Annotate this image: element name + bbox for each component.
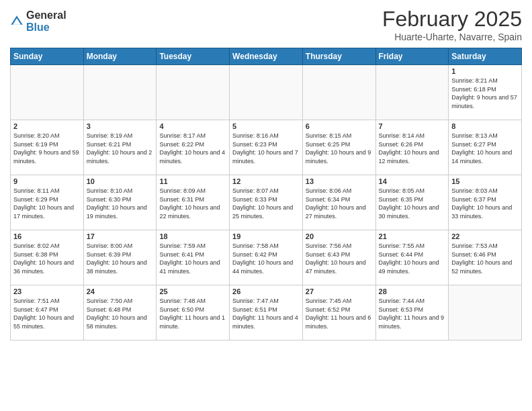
day-info: Sunrise: 7:58 AM Sunset: 6:42 PM Dayligh…	[232, 242, 300, 275]
calendar-week-1: 1Sunrise: 8:21 AM Sunset: 6:18 PM Daylig…	[11, 65, 522, 120]
day-number: 27	[306, 287, 373, 295]
page-header: General Blue February 2025 Huarte-Uharte…	[10, 7, 522, 42]
day-number: 6	[306, 122, 373, 130]
table-row	[302, 65, 375, 120]
col-sunday: Sunday	[11, 48, 84, 65]
day-info: Sunrise: 8:05 AM Sunset: 6:35 PM Dayligh…	[379, 187, 446, 220]
day-info: Sunrise: 8:10 AM Sunset: 6:30 PM Dayligh…	[87, 187, 154, 220]
location: Huarte-Uharte, Navarre, Spain	[382, 32, 522, 42]
table-row: 7Sunrise: 8:14 AM Sunset: 6:26 PM Daylig…	[375, 120, 449, 175]
day-info: Sunrise: 7:48 AM Sunset: 6:50 PM Dayligh…	[159, 297, 226, 330]
day-number: 21	[379, 232, 446, 240]
day-info: Sunrise: 8:21 AM Sunset: 6:18 PM Dayligh…	[451, 77, 519, 110]
logo-text: General Blue	[26, 9, 66, 33]
col-thursday: Thursday	[302, 48, 375, 65]
day-info: Sunrise: 8:00 AM Sunset: 6:39 PM Dayligh…	[87, 242, 154, 275]
day-number: 3	[87, 122, 154, 130]
day-number: 4	[159, 122, 226, 130]
day-info: Sunrise: 8:09 AM Sunset: 6:31 PM Dayligh…	[159, 187, 226, 220]
day-info: Sunrise: 7:59 AM Sunset: 6:41 PM Dayligh…	[159, 242, 226, 275]
day-info: Sunrise: 8:03 AM Sunset: 6:37 PM Dayligh…	[451, 187, 519, 220]
logo: General Blue	[10, 9, 66, 33]
day-number: 18	[159, 232, 226, 240]
logo-icon	[10, 15, 24, 28]
day-info: Sunrise: 7:45 AM Sunset: 6:52 PM Dayligh…	[306, 297, 373, 330]
table-row: 27Sunrise: 7:45 AM Sunset: 6:52 PM Dayli…	[302, 285, 375, 340]
day-number: 23	[13, 287, 81, 295]
day-number: 24	[87, 287, 154, 295]
table-row: 20Sunrise: 7:56 AM Sunset: 6:43 PM Dayli…	[302, 230, 375, 285]
table-row	[157, 65, 230, 120]
logo-blue: Blue	[26, 21, 66, 34]
day-number: 22	[451, 232, 519, 240]
table-row: 19Sunrise: 7:58 AM Sunset: 6:42 PM Dayli…	[230, 230, 303, 285]
day-number: 7	[379, 122, 446, 130]
calendar-header-row: Sunday Monday Tuesday Wednesday Thursday…	[11, 48, 522, 65]
col-monday: Monday	[83, 48, 157, 65]
table-row: 4Sunrise: 8:17 AM Sunset: 6:22 PM Daylig…	[157, 120, 230, 175]
month-title: February 2025	[382, 7, 522, 32]
calendar-week-2: 2Sunrise: 8:20 AM Sunset: 6:19 PM Daylig…	[11, 120, 522, 175]
table-row: 22Sunrise: 7:53 AM Sunset: 6:46 PM Dayli…	[449, 230, 522, 285]
day-info: Sunrise: 7:53 AM Sunset: 6:46 PM Dayligh…	[451, 242, 519, 275]
day-number: 12	[232, 177, 300, 185]
day-number: 1	[451, 67, 519, 75]
table-row: 17Sunrise: 8:00 AM Sunset: 6:39 PM Dayli…	[83, 230, 157, 285]
logo-general: General	[26, 9, 66, 21]
table-row: 11Sunrise: 8:09 AM Sunset: 6:31 PM Dayli…	[157, 175, 230, 230]
day-number: 8	[451, 122, 519, 130]
day-number: 16	[13, 232, 81, 240]
table-row: 10Sunrise: 8:10 AM Sunset: 6:30 PM Dayli…	[83, 175, 157, 230]
table-row: 15Sunrise: 8:03 AM Sunset: 6:37 PM Dayli…	[449, 175, 522, 230]
calendar-week-5: 23Sunrise: 7:51 AM Sunset: 6:47 PM Dayli…	[11, 285, 522, 340]
table-row: 25Sunrise: 7:48 AM Sunset: 6:50 PM Dayli…	[157, 285, 230, 340]
table-row: 3Sunrise: 8:19 AM Sunset: 6:21 PM Daylig…	[83, 120, 157, 175]
day-info: Sunrise: 8:13 AM Sunset: 6:27 PM Dayligh…	[451, 132, 519, 165]
day-info: Sunrise: 8:06 AM Sunset: 6:34 PM Dayligh…	[306, 187, 373, 220]
day-number: 20	[306, 232, 373, 240]
table-row: 28Sunrise: 7:44 AM Sunset: 6:53 PM Dayli…	[375, 285, 449, 340]
day-number: 25	[159, 287, 226, 295]
table-row: 6Sunrise: 8:15 AM Sunset: 6:25 PM Daylig…	[302, 120, 375, 175]
table-row: 23Sunrise: 7:51 AM Sunset: 6:47 PM Dayli…	[11, 285, 84, 340]
day-info: Sunrise: 8:17 AM Sunset: 6:22 PM Dayligh…	[159, 132, 226, 165]
day-info: Sunrise: 8:16 AM Sunset: 6:23 PM Dayligh…	[232, 132, 300, 165]
table-row: 8Sunrise: 8:13 AM Sunset: 6:27 PM Daylig…	[449, 120, 522, 175]
table-row: 18Sunrise: 7:59 AM Sunset: 6:41 PM Dayli…	[157, 230, 230, 285]
table-row: 12Sunrise: 8:07 AM Sunset: 6:33 PM Dayli…	[230, 175, 303, 230]
day-info: Sunrise: 8:14 AM Sunset: 6:26 PM Dayligh…	[379, 132, 446, 165]
table-row: 21Sunrise: 7:55 AM Sunset: 6:44 PM Dayli…	[375, 230, 449, 285]
table-row: 13Sunrise: 8:06 AM Sunset: 6:34 PM Dayli…	[302, 175, 375, 230]
day-info: Sunrise: 8:02 AM Sunset: 6:38 PM Dayligh…	[13, 242, 81, 275]
table-row: 2Sunrise: 8:20 AM Sunset: 6:19 PM Daylig…	[11, 120, 84, 175]
day-number: 17	[87, 232, 154, 240]
table-row	[375, 65, 449, 120]
day-info: Sunrise: 8:07 AM Sunset: 6:33 PM Dayligh…	[232, 187, 300, 220]
table-row	[449, 285, 522, 340]
day-number: 15	[451, 177, 519, 185]
day-number: 10	[87, 177, 154, 185]
day-info: Sunrise: 8:15 AM Sunset: 6:25 PM Dayligh…	[306, 132, 373, 165]
day-number: 9	[13, 177, 81, 185]
table-row: 16Sunrise: 8:02 AM Sunset: 6:38 PM Dayli…	[11, 230, 84, 285]
day-number: 11	[159, 177, 226, 185]
day-info: Sunrise: 7:55 AM Sunset: 6:44 PM Dayligh…	[379, 242, 446, 275]
calendar-week-4: 16Sunrise: 8:02 AM Sunset: 6:38 PM Dayli…	[11, 230, 522, 285]
day-info: Sunrise: 8:11 AM Sunset: 6:29 PM Dayligh…	[13, 187, 81, 220]
day-info: Sunrise: 7:51 AM Sunset: 6:47 PM Dayligh…	[13, 297, 81, 330]
day-number: 5	[232, 122, 300, 130]
day-info: Sunrise: 8:20 AM Sunset: 6:19 PM Dayligh…	[13, 132, 81, 165]
col-tuesday: Tuesday	[157, 48, 230, 65]
day-info: Sunrise: 7:47 AM Sunset: 6:51 PM Dayligh…	[232, 297, 300, 330]
table-row	[83, 65, 157, 120]
day-number: 14	[379, 177, 446, 185]
day-info: Sunrise: 7:50 AM Sunset: 6:48 PM Dayligh…	[87, 297, 154, 330]
day-number: 28	[379, 287, 446, 295]
col-saturday: Saturday	[449, 48, 522, 65]
day-number: 26	[232, 287, 300, 295]
day-number: 13	[306, 177, 373, 185]
day-number: 2	[13, 122, 81, 130]
calendar-week-3: 9Sunrise: 8:11 AM Sunset: 6:29 PM Daylig…	[11, 175, 522, 230]
table-row: 14Sunrise: 8:05 AM Sunset: 6:35 PM Dayli…	[375, 175, 449, 230]
table-row	[11, 65, 84, 120]
